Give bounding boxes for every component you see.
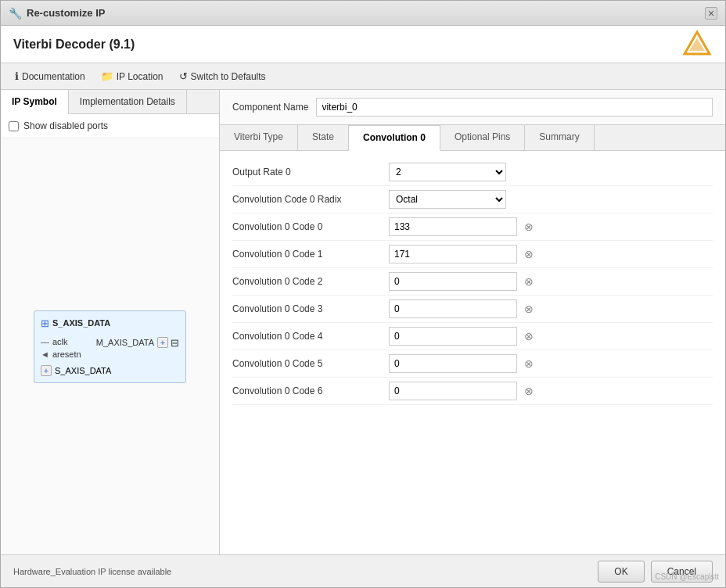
right-signals: M_AXIS_DATA + ⊟ xyxy=(96,335,179,350)
s-axis-row: + S_AXIS_DATA xyxy=(41,365,179,376)
component-name-label: Component Name xyxy=(232,102,308,113)
param-row-code-2: Convolution 0 Code 2 ⊗ xyxy=(232,268,713,296)
switch-defaults-label: Switch to Defaults xyxy=(191,71,266,82)
show-disabled-ports-row: Show disabled ports xyxy=(9,120,211,131)
main-content: IP Symbol Implementation Details Show di… xyxy=(1,90,725,554)
left-panel-tabs: IP Symbol Implementation Details xyxy=(1,90,219,114)
tab-state[interactable]: State xyxy=(298,125,349,150)
m-axis-add-btn[interactable]: + xyxy=(157,337,168,348)
param-row-code-radix: Convolution Code 0 Radix Octal Decimal H… xyxy=(232,186,713,213)
symbol-grid-icon: ⊞ xyxy=(41,317,49,329)
code-2-input[interactable] xyxy=(389,272,517,291)
m-axis-name: M_AXIS_DATA xyxy=(96,338,154,347)
code-3-label: Convolution 0 Code 3 xyxy=(232,303,389,314)
code-radix-select[interactable]: Octal Decimal Hexadecimal xyxy=(389,190,506,209)
code-4-control: ⊗ xyxy=(389,327,713,346)
output-rate-select[interactable]: 2 3 4 5 xyxy=(389,163,506,181)
main-dialog: 🔧 Re-customize IP × Viterbi Decoder (9.1… xyxy=(0,0,726,588)
code-4-input[interactable] xyxy=(389,327,517,346)
param-row-code-3: Convolution 0 Code 3 ⊗ xyxy=(232,296,713,323)
dialog-title: Re-customize IP xyxy=(27,7,105,19)
code-0-clear-btn[interactable]: ⊗ xyxy=(522,220,536,234)
code-0-control: ⊗ xyxy=(389,217,713,236)
ip-location-button[interactable]: 📁 IP Location xyxy=(95,68,170,84)
left-panel-options: Show disabled ports xyxy=(1,114,219,138)
code-6-input[interactable] xyxy=(389,382,517,400)
code-3-clear-btn[interactable]: ⊗ xyxy=(522,302,536,316)
title-bar: 🔧 Re-customize IP × xyxy=(1,1,725,26)
m-axis-arrows: + ⊟ xyxy=(157,337,179,349)
code-3-control: ⊗ xyxy=(389,299,713,318)
code-5-label: Convolution 0 Code 5 xyxy=(232,358,389,369)
param-row-code-5: Convolution 0 Code 5 ⊗ xyxy=(232,350,713,378)
param-row-code-1: Convolution 0 Code 1 ⊗ xyxy=(232,241,713,268)
tab-optional-pins[interactable]: Optional Pins xyxy=(440,125,525,150)
ok-button[interactable]: OK xyxy=(598,561,644,583)
aclk-marker: — xyxy=(41,337,49,346)
tab-convolution-0[interactable]: Convolution 0 xyxy=(349,125,440,151)
app-logo xyxy=(681,29,713,60)
symbol-name: S_AXIS_DATA xyxy=(52,318,110,328)
documentation-label: Documentation xyxy=(22,71,85,82)
output-rate-control: 2 3 4 5 xyxy=(389,163,713,181)
documentation-button[interactable]: ℹ Documentation xyxy=(9,68,92,84)
param-row-output-rate: Output Rate 0 2 3 4 5 xyxy=(232,159,713,186)
switch-defaults-button[interactable]: ↺ Switch to Defaults xyxy=(173,68,272,84)
s-axis-name: S_AXIS_DATA xyxy=(55,366,111,375)
code-0-label: Convolution 0 Code 0 xyxy=(232,221,389,232)
code-6-clear-btn[interactable]: ⊗ xyxy=(522,384,536,398)
code-1-input[interactable] xyxy=(389,245,517,264)
symbol-area: ⊞ S_AXIS_DATA — aclk ◄ aresetn xyxy=(1,138,219,554)
code-5-input[interactable] xyxy=(389,354,517,373)
component-name-input[interactable] xyxy=(316,98,713,117)
aresetn-name: aresetn xyxy=(52,350,81,359)
code-5-clear-btn[interactable]: ⊗ xyxy=(522,357,536,371)
watermark: CSDN @Escapistt xyxy=(655,572,719,581)
component-name-row: Component Name xyxy=(220,90,725,125)
code-radix-label: Convolution Code 0 Radix xyxy=(232,194,389,205)
code-radix-control: Octal Decimal Hexadecimal xyxy=(389,190,713,209)
code-1-label: Convolution 0 Code 1 xyxy=(232,249,389,260)
param-row-code-0: Convolution 0 Code 0 ⊗ xyxy=(232,213,713,241)
code-6-label: Convolution 0 Code 6 xyxy=(232,385,389,396)
signal-row-aresetn: ◄ aresetn xyxy=(41,348,81,360)
right-panel: Component Name Viterbi Type State Convol… xyxy=(220,90,725,554)
code-2-clear-btn[interactable]: ⊗ xyxy=(522,274,536,289)
tab-implementation-details[interactable]: Implementation Details xyxy=(69,90,187,113)
title-bar-left: 🔧 Re-customize IP xyxy=(9,7,105,20)
code-2-control: ⊗ xyxy=(389,272,713,291)
param-row-code-6: Convolution 0 Code 6 ⊗ xyxy=(232,378,713,405)
close-button[interactable]: × xyxy=(705,7,717,20)
m-axis-bus-icon: ⊟ xyxy=(171,337,179,349)
left-signals: — aclk ◄ aresetn xyxy=(41,335,81,360)
tab-ip-symbol[interactable]: IP Symbol xyxy=(1,90,69,114)
license-text: Hardware_Evaluation IP license available xyxy=(13,567,171,576)
ip-location-label: IP Location xyxy=(117,71,164,82)
code-4-label: Convolution 0 Code 4 xyxy=(232,331,389,342)
folder-icon: 📁 xyxy=(101,70,113,82)
code-4-clear-btn[interactable]: ⊗ xyxy=(522,329,536,343)
signal-row-aclk: — aclk xyxy=(41,335,81,348)
tab-summary[interactable]: Summary xyxy=(525,125,594,150)
code-3-input[interactable] xyxy=(389,299,517,318)
dialog-icon: 🔧 xyxy=(9,7,22,20)
code-1-control: ⊗ xyxy=(389,245,713,264)
show-disabled-ports-label[interactable]: Show disabled ports xyxy=(23,120,108,131)
app-header: Viterbi Decoder (9.1) xyxy=(1,26,725,63)
left-panel: IP Symbol Implementation Details Show di… xyxy=(1,90,220,554)
symbol-header: ⊞ S_AXIS_DATA xyxy=(41,317,179,329)
code-0-input[interactable] xyxy=(389,217,517,236)
app-title: Viterbi Decoder (9.1) xyxy=(13,38,135,52)
s-axis-add-btn[interactable]: + xyxy=(41,365,52,376)
param-row-code-4: Convolution 0 Code 4 ⊗ xyxy=(232,323,713,350)
config-tabs: Viterbi Type State Convolution 0 Optiona… xyxy=(220,125,725,151)
output-rate-label: Output Rate 0 xyxy=(232,167,389,177)
signal-row-m-axis: M_AXIS_DATA + ⊟ xyxy=(96,335,179,350)
code-6-control: ⊗ xyxy=(389,382,713,400)
show-disabled-ports-checkbox[interactable] xyxy=(9,121,19,131)
config-content: Output Rate 0 2 3 4 5 Convolution Code 0… xyxy=(220,151,725,554)
tab-viterbi-type[interactable]: Viterbi Type xyxy=(220,125,298,150)
code-5-control: ⊗ xyxy=(389,354,713,373)
code-1-clear-btn[interactable]: ⊗ xyxy=(522,247,536,261)
ip-symbol-box: ⊞ S_AXIS_DATA — aclk ◄ aresetn xyxy=(34,310,186,383)
